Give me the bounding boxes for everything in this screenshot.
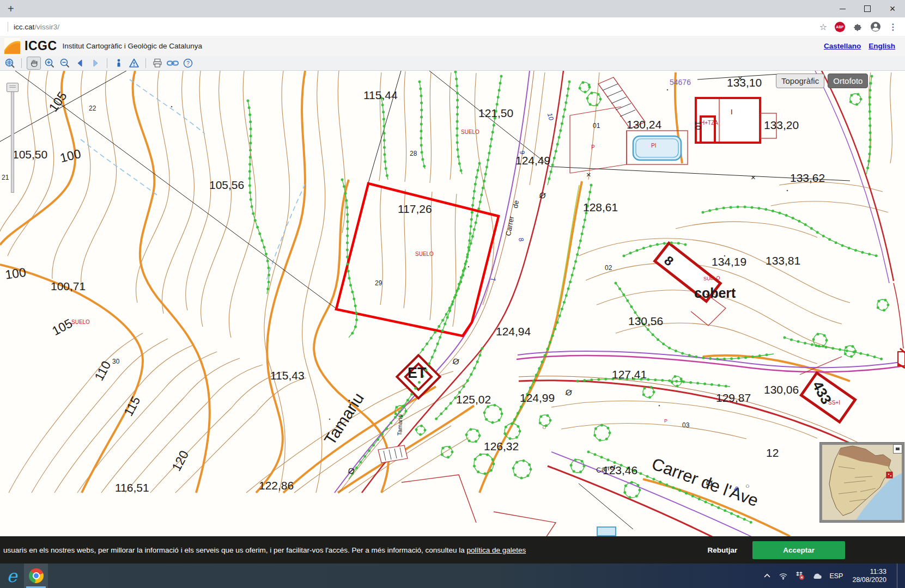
minimap-toggle-button[interactable] [893,444,902,454]
map-label: SUELO [703,275,720,281]
share-link-button[interactable] [166,57,179,69]
circle-symbol: ○ [542,424,546,431]
url-input[interactable]: icc.cat/vissir3/ [14,23,59,31]
keyboard-language-indicator[interactable]: ESP [829,572,843,580]
zoom-slider-handle[interactable] [7,83,19,92]
zoom-out-button[interactable] [58,57,71,69]
previous-view-button[interactable] [74,57,87,69]
bookmark-star-icon[interactable]: ☆ [819,22,827,32]
zoom-slider[interactable] [7,83,17,194]
map-label: 115,43 [270,370,305,381]
onedrive-cloud-icon[interactable] [812,572,822,580]
map-label: 8 [518,237,525,242]
map-label: I [731,108,733,115]
map-label: Tamariu [397,414,403,436]
map-label: 110 [93,359,113,383]
zoom-full-extent-button[interactable] [3,57,16,69]
taskbar-chrome-icon[interactable] [24,564,48,588]
map-label: 22 [89,105,96,112]
map-label: 133,81 [766,255,800,266]
map-label: ET [408,366,427,381]
pan-tool-button[interactable] [27,57,41,70]
show-desktop-button[interactable] [897,564,900,588]
map-label: de [512,200,520,209]
screen: + × icc.cat/vissir3/ ☆ ABP ⋮ [0,0,905,588]
cookie-reject-button[interactable]: Rebutjar [707,546,737,554]
cookie-consent-bar: usuaris en els nostres webs, per millora… [0,536,905,564]
taskbar-date: 28/08/2020 [852,576,886,584]
zoom-in-button[interactable] [43,57,56,69]
map-labels-layer: 115,44121,50105,50105,56100,71117,26124,… [0,71,905,564]
adblock-extension-icon[interactable]: ABP [835,22,845,32]
tray-chevron-icon[interactable] [763,572,772,580]
map-label: 7 [489,277,496,282]
map-label: SUELO [71,320,90,325]
map-label: 30 [112,358,119,365]
map-label: 125,02 [456,394,491,405]
map-label: 117,26 [398,203,432,215]
basemap-ortofoto-button[interactable]: Ortofoto [828,74,868,88]
browser-menu-icon[interactable]: ⋮ [889,22,897,32]
map-label: cobert [694,286,736,300]
map-label: 120 [170,449,191,473]
map-label: 29 [375,280,382,286]
url-host: icc.cat [14,23,34,31]
cross-symbol: × [751,173,756,181]
lang-link-english[interactable]: English [868,42,895,50]
next-view-button[interactable] [89,57,102,69]
zoom-slider-track[interactable] [11,85,14,193]
info-tool-button[interactable] [112,57,125,69]
map-label: 121,50 [478,107,513,119]
taskbar-clock[interactable]: 11:33 28/08/2020 [850,568,886,584]
cookie-accept-button[interactable]: Acceptar [752,541,845,559]
map-label: 130,56 [628,315,663,327]
map-label: 28 [410,150,417,157]
map-label: 54676 [670,78,691,86]
cookie-message: usuaris en els nostres webs, per millora… [0,546,526,554]
map-label: 100 [59,148,82,165]
icgc-logo [4,38,20,54]
map-label: 128,61 [583,201,618,213]
brand-name: ICGC [25,39,57,53]
browser-urlbar: icc.cat/vissir3/ ☆ ABP ⋮ [0,17,905,36]
window-close-button[interactable]: × [880,0,905,17]
map-label: P [664,419,667,424]
extensions-puzzle-icon[interactable] [853,22,863,32]
warning-tool-button[interactable] [127,57,141,69]
map-label: 115,44 [363,89,398,101]
map-label: Carrer de l'Ave [649,455,760,509]
basemap-topografic-button[interactable]: Topogràfic [776,74,824,88]
map-label: 105 [47,90,69,114]
overview-minimap[interactable] [819,442,904,523]
new-tab-button[interactable]: + [0,3,22,15]
pole-symbol: Ø [564,388,573,397]
map-label: 8 [662,254,676,268]
map-canvas[interactable]: 115,44121,50105,50105,56100,71117,26124,… [0,71,905,564]
cookie-policy-link[interactable]: política de galetes [466,546,526,554]
taskbar-time: 11:33 [870,568,886,575]
map-label: 10 [546,112,555,121]
map-label: 02 [605,265,612,271]
map-label: H+TZA [701,120,718,126]
dropbox-sync-error-icon[interactable] [795,571,805,580]
help-button[interactable]: ? [181,57,195,69]
map-label: 124,49 [515,155,550,166]
cross-symbol: × [738,74,743,82]
window-restore-button[interactable] [855,0,880,17]
pole-symbol: Ø [347,466,355,476]
wifi-icon[interactable] [779,572,788,580]
window-minimize-button[interactable] [830,0,855,17]
map-label: 129,87 [716,392,751,403]
profile-avatar-icon[interactable] [870,21,881,32]
map-label: SUELO [415,252,434,257]
lang-link-castellano[interactable]: Castellano [824,42,861,50]
map-label: 100,71 [51,280,86,292]
pole-symbol: Ø [538,191,546,200]
map-label: 134,19 [712,256,746,267]
taskbar-ie-icon[interactable]: e [0,564,24,588]
map-label: 105,56 [209,179,244,191]
print-button[interactable] [151,57,164,69]
windows-taskbar: e ESP 11:33 28/08/2020 [0,564,905,588]
map-label: 115 [122,395,143,418]
app-header: ICGC Institut Cartogràfic i Geològic de … [0,36,905,57]
